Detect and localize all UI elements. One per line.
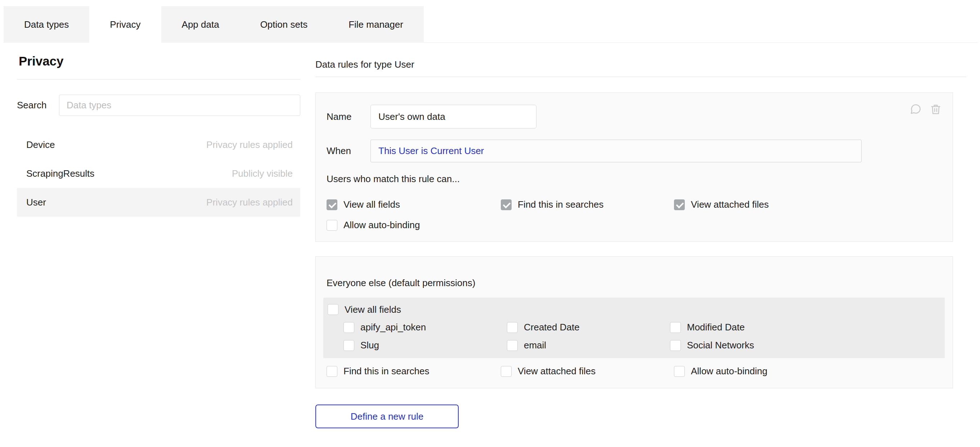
checkbox-unchecked-icon[interactable] [670,340,681,351]
perm-view-all-fields[interactable]: View all fields [326,199,501,210]
field-label: apify_api_token [360,322,426,333]
checkbox-unchecked-icon[interactable] [328,304,339,315]
perm-label: View all fields [345,304,401,315]
data-type-name: User [26,197,46,208]
data-type-row-device[interactable]: Device Privacy rules applied [17,130,300,159]
data-type-status: Privacy rules applied [206,197,293,208]
perm-view-attached-files[interactable]: View attached files [674,199,942,210]
rule-when-row: When This User is Current User [326,140,942,162]
define-new-rule-button[interactable]: Define a new rule [315,404,459,428]
comment-icon[interactable] [910,103,922,115]
data-type-row-scrapingresults[interactable]: ScrapingResults Publicly visible [17,159,300,188]
checkbox-unchecked-icon[interactable] [674,366,685,377]
search-input[interactable] [59,95,300,116]
checkbox-unchecked-icon[interactable] [501,366,512,377]
field-created-date[interactable]: Created Date [507,322,670,333]
tab-bar: Data types Privacy App data Option sets … [3,6,980,43]
rule-permissions: View all fields Find this in searches Vi… [326,199,942,231]
checkbox-unchecked-icon[interactable] [344,340,354,351]
when-label: When [326,145,371,157]
field-modified-date[interactable]: Modified Date [670,322,937,333]
checkbox-unchecked-icon[interactable] [344,322,354,333]
field-social-networks[interactable]: Social Networks [670,340,937,351]
sidebar-divider [17,79,300,80]
data-rules-panel: Data rules for type User Name When This … [315,54,966,428]
default-permissions-card: Everyone else (default permissions) View… [315,256,953,388]
field-slug[interactable]: Slug [344,340,507,351]
tab-option-sets[interactable]: Option sets [240,6,328,43]
privacy-sidebar: Privacy Search Device Privacy rules appl… [17,54,300,217]
data-rules-header: Data rules for type User [315,59,966,70]
perm-label: Allow auto-binding [344,220,420,231]
search-row: Search [17,95,300,116]
perm-view-all-fields-default[interactable]: View all fields [328,304,937,315]
rule-name-row: Name [326,105,942,129]
data-type-status: Publicly visible [232,168,293,179]
data-type-row-user[interactable]: User Privacy rules applied [17,188,300,217]
perm-allow-auto-binding[interactable]: Allow auto-binding [326,220,501,231]
checkbox-checked-icon[interactable] [674,199,685,210]
perm-label: View attached files [518,366,595,377]
privacy-rule-card: Name When This User is Current User User… [315,92,953,242]
field-label: Created Date [524,322,580,333]
default-permissions-title: Everyone else (default permissions) [326,277,942,289]
tab-privacy[interactable]: Privacy [89,6,161,43]
tab-app-data[interactable]: App data [161,6,240,43]
checkbox-checked-icon[interactable] [501,199,512,210]
name-label: Name [326,111,371,122]
perm-label: View all fields [344,199,400,210]
checkbox-unchecked-icon[interactable] [326,366,337,377]
perm-label: Allow auto-binding [691,366,767,377]
data-type-list: Device Privacy rules applied ScrapingRes… [17,130,300,217]
fields-panel: View all fields apify_api_token Created … [323,297,945,358]
perm-find-in-searches[interactable]: Find this in searches [501,199,674,210]
trash-icon[interactable] [930,103,942,115]
perm-view-attached-files-default[interactable]: View attached files [501,366,674,377]
fields-grid: apify_api_token Created Date Modified Da… [344,322,937,351]
perm-label: Find this in searches [518,199,603,210]
checkbox-unchecked-icon[interactable] [507,340,518,351]
perm-label: View attached files [691,199,768,210]
field-label: email [524,340,546,351]
rule-name-input[interactable] [371,105,536,129]
field-email[interactable]: email [507,340,670,351]
perm-allow-auto-binding-default[interactable]: Allow auto-binding [674,366,942,377]
data-type-name: Device [26,139,55,150]
search-label: Search [17,100,59,111]
checkbox-unchecked-icon[interactable] [670,322,681,333]
data-type-name: ScrapingResults [26,168,94,179]
perm-label: Find this in searches [344,366,429,377]
page-title: Privacy [19,54,300,68]
data-type-status: Privacy rules applied [206,139,293,150]
tab-file-manager[interactable]: File manager [328,6,424,43]
tab-data-types[interactable]: Data types [3,6,89,43]
default-permissions: Find this in searches View attached file… [326,366,942,377]
checkbox-checked-icon[interactable] [326,199,337,210]
rule-card-actions [910,103,942,115]
checkbox-unchecked-icon[interactable] [507,322,518,333]
rule-match-text: Users who match this rule can... [326,173,942,185]
checkbox-unchecked-icon[interactable] [326,220,337,231]
field-label: Social Networks [687,340,754,351]
field-label: Modified Date [687,322,745,333]
when-condition-field[interactable]: This User is Current User [371,140,862,162]
field-apify-api-token[interactable]: apify_api_token [344,322,507,333]
perm-find-in-searches-default[interactable]: Find this in searches [326,366,501,377]
field-label: Slug [360,340,379,351]
